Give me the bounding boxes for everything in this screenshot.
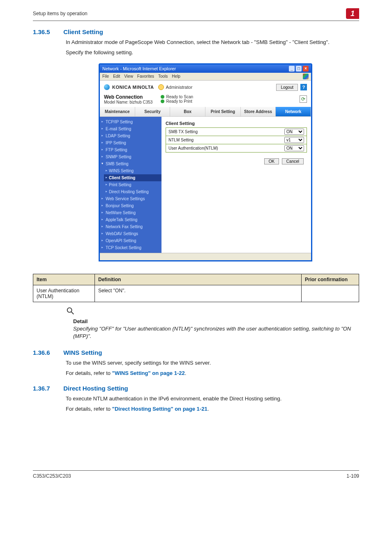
sidebar-item-label: Web Service Settings	[106, 197, 145, 201]
window-maximize-icon[interactable]: □	[296, 66, 302, 72]
th-definition: Definition	[95, 274, 302, 285]
ie-flag-icon	[303, 74, 309, 79]
brand-globe-icon	[104, 84, 110, 90]
form-select-smb-tx-setting[interactable]: ON	[284, 129, 304, 135]
paragraph: For details, refer to "WINS Setting" on …	[66, 370, 359, 377]
section-number: 1.36.7	[33, 385, 62, 392]
menu-view[interactable]: View	[124, 74, 133, 79]
menu-file[interactable]: File	[102, 74, 109, 79]
window-close-icon[interactable]: ×	[303, 66, 309, 72]
sidebar-item-label: TCP/IP Setting	[106, 120, 133, 124]
sidebar-item-e-mail-setting[interactable]: E-mail Setting	[100, 125, 161, 132]
paragraph: Specify the following setting.	[66, 49, 359, 57]
status-dot-icon	[161, 99, 164, 103]
sidebar-item-label: OpenAPI Setting	[106, 238, 136, 243]
th-item: Item	[33, 274, 95, 285]
status-scan: Ready to Scan	[166, 95, 193, 99]
sidebar-item-wins-setting[interactable]: WINS Setting	[104, 167, 161, 174]
sidebar-item-appletalk-setting[interactable]: AppleTalk Setting	[100, 216, 161, 223]
sidebar-item-ftp-setting[interactable]: FTP Setting	[100, 146, 161, 153]
window-minimize-icon[interactable]: _	[289, 66, 295, 72]
link-wins[interactable]: "WINS Setting" on page 1-22	[112, 370, 185, 376]
sidebar-item-netware-setting[interactable]: NetWare Setting	[100, 209, 161, 216]
footer-model: C353/C253/C203	[33, 473, 71, 479]
tab-store-address[interactable]: Store Address	[241, 107, 276, 116]
sidebar-item-label: Client Setting	[109, 176, 135, 180]
link-direct-hosting[interactable]: "Direct Hosting Setting" on page 1-21	[112, 406, 208, 412]
sidebar-item-web-service-settings[interactable]: Web Service Settings	[100, 195, 161, 202]
sidebar-item-label: Network Fax Setting	[106, 224, 143, 229]
sidebar-item-label: IPP Setting	[106, 141, 126, 145]
sidebar-item-label: FTP Setting	[106, 148, 127, 152]
cancel-button[interactable]: Cancel	[282, 158, 304, 164]
refresh-icon[interactable]: ⟳	[300, 95, 307, 103]
sidebar-item-webdav-settings[interactable]: WebDAV Settings	[100, 230, 161, 237]
form-select-user-authentication-ntlm-[interactable]: ON	[284, 145, 304, 151]
th-prior: Prior confirmation	[302, 274, 359, 285]
sidebar: TCP/IP SettingE-mail SettingLDAP Setting…	[100, 117, 161, 253]
sidebar-item-network-fax-setting[interactable]: Network Fax Setting	[100, 223, 161, 230]
tab-security[interactable]: Security	[135, 107, 171, 116]
ie-menu-bar: File Edit View Favorites Tools Help	[100, 73, 311, 81]
form-row: User Authentication(NTLM)ON	[166, 144, 307, 153]
section-number: 1.36.6	[33, 349, 62, 356]
sidebar-item-ipp-setting[interactable]: IPP Setting	[100, 139, 161, 146]
sidebar-item-label: AppleTalk Setting	[106, 217, 137, 222]
paragraph: In Administrator mode of PageScope Web C…	[66, 39, 359, 46]
svg-line-1	[71, 312, 74, 314]
ok-button[interactable]: OK	[264, 158, 279, 164]
sidebar-item-client-setting[interactable]: Client Setting	[104, 174, 161, 181]
sidebar-item-print-setting[interactable]: Print Setting	[104, 181, 161, 188]
tab-box[interactable]: Box	[170, 107, 205, 116]
tab-print-setting[interactable]: Print Setting	[205, 107, 241, 116]
section-title: Direct Hosting Setting	[63, 385, 128, 392]
sidebar-item-ldap-setting[interactable]: LDAP Setting	[100, 132, 161, 139]
help-icon[interactable]: ?	[300, 84, 307, 90]
section-title: WINS Setting	[63, 349, 102, 356]
status-print: Ready to Print	[166, 99, 192, 104]
sidebar-item-label: NetWare Setting	[106, 210, 136, 215]
sidebar-item-bonjour-setting[interactable]: Bonjour Setting	[100, 202, 161, 209]
paragraph: To use the WINS server, specify settings…	[66, 359, 359, 367]
tab-maintenance[interactable]: Maintenance	[100, 107, 135, 116]
form-select-ntlm-setting[interactable]: v1	[284, 137, 304, 143]
sidebar-item-label: LDAP Setting	[106, 134, 130, 138]
menu-help[interactable]: Help	[172, 74, 180, 79]
chapter-badge: 1	[346, 8, 359, 19]
brand-logo: KONICA MINOLTA	[104, 84, 154, 90]
menu-edit[interactable]: Edit	[113, 74, 120, 79]
menu-favorites[interactable]: Favorites	[137, 74, 154, 79]
window-title: Network - Microsoft Internet Explorer	[102, 66, 176, 71]
menu-tools[interactable]: Tools	[158, 74, 168, 79]
cell-item: User Authentication (NTLM)	[33, 285, 95, 302]
sidebar-item-label: Print Setting	[109, 183, 131, 187]
footer-page: 1-109	[346, 473, 359, 479]
svg-point-0	[67, 308, 72, 312]
cell-definition: Select "ON".	[95, 285, 302, 302]
product-name: Web Connection	[104, 94, 152, 100]
screenshot-container: Network - Microsoft Internet Explorer _ …	[99, 63, 312, 261]
login-role: Administrator	[166, 85, 193, 90]
form-label: User Authentication(NTLM)	[168, 146, 284, 150]
sidebar-item-snmp-setting[interactable]: SNMP Setting	[100, 153, 161, 160]
sidebar-item-tcp-socket-setting[interactable]: TCP Socket Setting	[100, 244, 161, 251]
tab-network[interactable]: Network	[276, 107, 311, 116]
cell-prior	[302, 285, 359, 302]
sidebar-item-label: SNMP Setting	[106, 155, 131, 159]
sidebar-item-label: Direct Hosting Setting	[109, 190, 149, 194]
paragraph: For details, refer to "Direct Hosting Se…	[66, 405, 359, 413]
detail-magnifier-icon	[66, 306, 75, 315]
status-dot-icon	[161, 95, 164, 99]
sidebar-item-tcp-ip-setting[interactable]: TCP/IP Setting	[100, 118, 161, 125]
sidebar-item-openapi-setting[interactable]: OpenAPI Setting	[100, 237, 161, 244]
sidebar-item-label: WINS Setting	[109, 169, 134, 173]
sidebar-item-label: E-mail Setting	[106, 127, 131, 131]
detail-body: Specifying "OFF" for "User authenticatio…	[73, 325, 359, 340]
sidebar-item-direct-hosting-setting[interactable]: Direct Hosting Setting	[104, 188, 161, 195]
spec-table: Item Definition Prior confirmation User …	[33, 274, 359, 302]
logout-button[interactable]: Logout	[276, 84, 298, 91]
form-row: SMB TX SettingON	[166, 127, 307, 136]
sidebar-item-smb-setting[interactable]: SMB Setting	[100, 160, 161, 167]
form-label: NTLM Setting	[168, 138, 284, 142]
table-row: User Authentication (NTLM) Select "ON".	[33, 285, 359, 302]
